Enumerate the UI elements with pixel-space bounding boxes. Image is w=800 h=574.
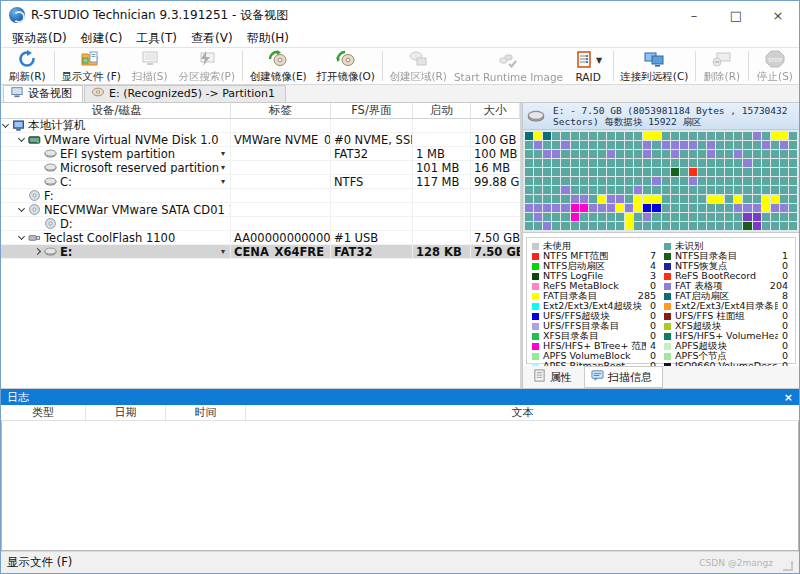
scan-block bbox=[561, 195, 569, 203]
toolbar-button-connect-remote[interactable]: 连接到远程(C) bbox=[616, 48, 693, 84]
scan-block bbox=[771, 150, 779, 158]
legend-label: HFS/HFS+ BTree+ 范围 bbox=[543, 341, 646, 351]
device-row-9[interactable]: E:▾CENA_X64FREFAT32128 KB7.50 GB bbox=[1, 245, 520, 259]
menu-item-1[interactable]: 创建(C) bbox=[74, 29, 130, 47]
device-row-6[interactable]: NECVMWar VMware SATA CD01 1.00 bbox=[1, 203, 520, 217]
scan-block bbox=[625, 141, 633, 149]
scan-block bbox=[698, 168, 706, 176]
scan-block bbox=[552, 213, 560, 221]
cell-start bbox=[413, 189, 471, 202]
minimize-button[interactable]: – bbox=[673, 1, 715, 29]
scan-block bbox=[634, 168, 642, 176]
column-header-4[interactable]: 大小 bbox=[471, 103, 520, 118]
resize-grip[interactable] bbox=[783, 561, 793, 571]
scan-block bbox=[780, 195, 788, 203]
legend-color-swatch bbox=[664, 353, 671, 360]
scan-block bbox=[680, 132, 688, 140]
log-column-0[interactable]: 类型 bbox=[1, 405, 86, 420]
toolbar-button-label: 创建镜像(E) bbox=[250, 70, 307, 84]
scan-block bbox=[698, 132, 706, 140]
maximize-button[interactable]: □ bbox=[715, 1, 757, 29]
delete-icon bbox=[712, 50, 732, 68]
partition-icon bbox=[44, 246, 57, 257]
menu-item-0[interactable]: 驱动器(D) bbox=[5, 29, 74, 47]
toolbar-button-open-image[interactable]: 打开镜像(O) bbox=[312, 48, 380, 84]
column-header-3[interactable]: 启动 bbox=[413, 103, 471, 118]
tree-expand-icon[interactable] bbox=[18, 204, 25, 211]
device-row-1[interactable]: VMware Virtual NVMe Disk 1.0VMWare NVME_… bbox=[1, 133, 520, 147]
log-column-3[interactable]: 文本 bbox=[246, 405, 799, 420]
scan-block bbox=[525, 168, 533, 176]
tab-scan-information[interactable]: 扫描信息 bbox=[584, 366, 663, 388]
toolbar-button-refresh[interactable]: 刷新(R) bbox=[3, 48, 52, 84]
tab-recognized-partition[interactable]: E: (Recognized5) -> Partition1 bbox=[84, 85, 286, 102]
raid-dropdown-icon[interactable]: ▼ bbox=[596, 56, 602, 65]
scan-block bbox=[643, 195, 651, 203]
scan-block bbox=[725, 132, 733, 140]
partition-dropdown-icon[interactable]: ▾ bbox=[221, 149, 227, 158]
device-row-4[interactable]: C:▾NTFS117 MB99.88 GB bbox=[1, 175, 520, 189]
tree-expand-icon[interactable] bbox=[18, 232, 25, 239]
tree-expand-icon[interactable] bbox=[18, 134, 25, 141]
device-row-3[interactable]: Microsoft reserved partition▾101 MB16 MB bbox=[1, 161, 520, 175]
close-button[interactable]: × bbox=[757, 1, 799, 29]
device-table-header: 设备/磁盘标签FS/界面启动大小 bbox=[1, 103, 520, 119]
log-column-1[interactable]: 日期 bbox=[86, 405, 166, 420]
partition-dropdown-icon[interactable]: ▾ bbox=[221, 247, 227, 256]
cd-icon bbox=[28, 190, 41, 201]
legend-item-left-10: HFS/HFS+ BTree+ 范围4 bbox=[532, 341, 658, 351]
scan-block bbox=[716, 159, 724, 167]
scan-block bbox=[662, 222, 670, 230]
tab-label: 属性 bbox=[550, 370, 572, 385]
app-logo-icon bbox=[9, 7, 25, 23]
tab-properties[interactable]: 属性 bbox=[527, 367, 582, 387]
toolbar-button-show-files[interactable]: 显示文件 (F) bbox=[56, 48, 125, 84]
log-close-icon[interactable]: × bbox=[784, 392, 793, 403]
scan-block bbox=[607, 150, 615, 158]
toolbar-button-raid[interactable]: ▼RAID bbox=[565, 48, 611, 84]
cell-size: 7.50 GB bbox=[471, 231, 520, 244]
scan-block bbox=[762, 159, 770, 167]
tab-device-view[interactable]: 设备视图 bbox=[3, 85, 83, 102]
scan-block bbox=[571, 195, 579, 203]
toolbar-separator bbox=[54, 51, 55, 81]
scan-block-map[interactable] bbox=[523, 130, 799, 233]
scan-block bbox=[762, 222, 770, 230]
scan-block bbox=[598, 132, 606, 140]
scan-block bbox=[525, 186, 533, 194]
tree-expand-icon[interactable] bbox=[34, 248, 41, 255]
scan-block bbox=[625, 213, 633, 221]
scan-block bbox=[598, 159, 606, 167]
tab-label: E: (Recognized5) -> Partition1 bbox=[109, 87, 275, 100]
column-header-2[interactable]: FS/界面 bbox=[331, 103, 413, 118]
scan-block bbox=[525, 177, 533, 185]
toolbar-button-create-image[interactable]: 创建镜像(E) bbox=[245, 48, 312, 84]
partition-dropdown-icon[interactable]: ▾ bbox=[221, 177, 227, 186]
partition-dropdown-icon[interactable]: ▾ bbox=[221, 163, 227, 172]
device-row-5[interactable]: F: bbox=[1, 189, 520, 203]
cell-start bbox=[413, 217, 471, 230]
menu-item-2[interactable]: 工具(T) bbox=[129, 29, 184, 47]
device-row-0[interactable]: 本地计算机 bbox=[1, 119, 520, 133]
scan-block bbox=[534, 204, 542, 212]
menu-item-3[interactable]: 查看(V) bbox=[184, 29, 240, 47]
device-row-7[interactable]: D: bbox=[1, 217, 520, 231]
tree-expand-icon[interactable] bbox=[2, 120, 9, 127]
device-tree-panel: 设备/磁盘标签FS/界面启动大小 本地计算机VMware Virtual NVM… bbox=[1, 103, 520, 388]
status-text: 显示文件 (F) bbox=[7, 555, 72, 570]
toolbar-button-runtime-image: Start Runtime Image bbox=[452, 48, 565, 84]
log-column-2[interactable]: 时间 bbox=[166, 405, 246, 420]
column-header-1[interactable]: 标签 bbox=[231, 103, 331, 118]
scan-block bbox=[598, 213, 606, 221]
scan-block bbox=[789, 141, 797, 149]
menu-item-4[interactable]: 帮助(H) bbox=[240, 29, 296, 47]
column-header-0[interactable]: 设备/磁盘 bbox=[1, 103, 231, 118]
scan-block bbox=[743, 213, 751, 221]
device-row-2[interactable]: EFI system partition▾FAT321 MB100 MB bbox=[1, 147, 520, 161]
scan-block bbox=[580, 195, 588, 203]
device-row-8[interactable]: Teclast CoolFlash 1100AA00000000000489#1… bbox=[1, 231, 520, 245]
scan-block bbox=[780, 222, 788, 230]
scan-block bbox=[743, 186, 751, 194]
cell-size bbox=[471, 119, 520, 132]
scan-block bbox=[543, 186, 551, 194]
